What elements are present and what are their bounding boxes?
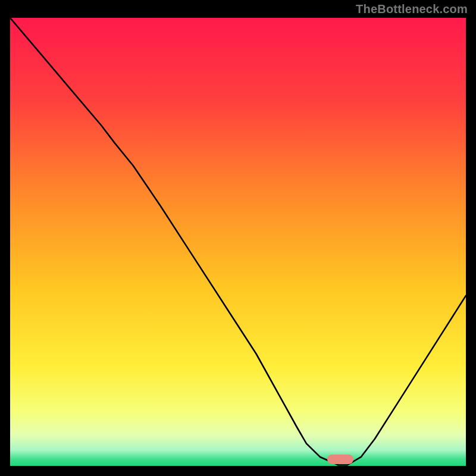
optimal-marker (327, 455, 353, 464)
curve-path (10, 18, 466, 465)
bottleneck-curve (10, 18, 466, 466)
plot-area (10, 18, 466, 466)
watermark-text: TheBottleneck.com (356, 2, 468, 16)
chart-frame: TheBottleneck.com (0, 0, 476, 476)
